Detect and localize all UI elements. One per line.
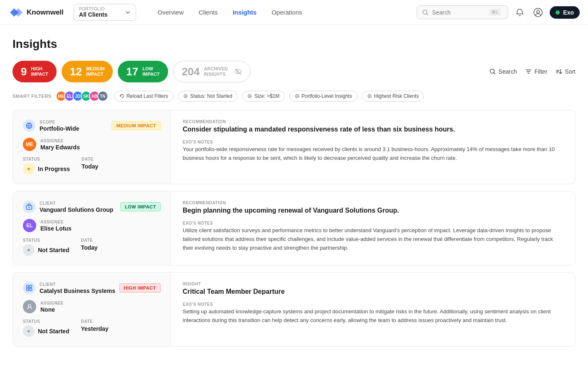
filter-chip-status[interactable]: Status: Not Started — [178, 91, 238, 102]
date-item-1: DATE Today — [81, 238, 97, 251]
card-right-0: RECOMMENDATION Consider stipulating a ma… — [171, 110, 575, 184]
navbar: Knownwell PORTFOLIO All Clients Overview… — [0, 0, 588, 25]
card-left-2: CLIENT Catalyst Business Systems HIGH IM… — [13, 273, 171, 346]
scope-type-label-2: CLIENT — [40, 282, 115, 287]
sort-control[interactable]: Sort — [556, 68, 576, 75]
insight-card-2[interactable]: CLIENT Catalyst Business Systems HIGH IM… — [12, 272, 576, 347]
impact-badge-1: LOW IMPACT — [120, 202, 161, 211]
card-left-0: SCOPE Portfolio-Wide MEDIUM IMPACT ME AS… — [13, 110, 171, 184]
assignee-name-2: None — [40, 306, 64, 313]
chip-risk-label: Highest Risk Clients — [374, 93, 419, 99]
filter-chip-icon-4 — [367, 94, 372, 99]
badge-high-num: 9 — [21, 65, 27, 78]
assignee-avatar-2 — [23, 300, 36, 313]
status-item-2: STATUS Not Started — [23, 319, 69, 337]
filter-chip-icon-2 — [247, 94, 252, 99]
date-value-0: Today — [82, 163, 98, 170]
filter-control[interactable]: Filter — [525, 68, 547, 75]
exo-section-0: EXO'S NOTES Your portfolio-wide responsi… — [183, 140, 563, 163]
scope-value-1: Vanguard Solutions Group — [40, 206, 113, 213]
sort-ctrl-label: Sort — [565, 68, 576, 75]
nav-clients[interactable]: Clients — [192, 5, 224, 19]
rec-title-1: Begin planning the upcoming renewal of V… — [183, 206, 563, 215]
filter-icon — [525, 68, 532, 75]
assignee-label-2: ASSIGNEE — [40, 301, 64, 305]
badge-medium-label: MEDIUMIMPACT — [86, 66, 105, 77]
status-date-row-2: STATUS Not Started DATE Yesterday — [23, 319, 161, 337]
nav-search-box[interactable]: ⌘L — [417, 5, 508, 19]
nav-operations[interactable]: Operations — [265, 5, 309, 19]
bell-icon[interactable] — [513, 6, 526, 19]
svg-point-22 — [27, 330, 30, 332]
status-date-row-0: STATUS In Progress DATE Today — [23, 157, 161, 175]
status-item-1: STATUS Not Started — [23, 238, 69, 256]
chip-portfolio-label: Portfolio-Level Insights — [302, 93, 352, 99]
assignee-row-1: EL ASSIGNEE Elise Lotus — [23, 219, 161, 232]
search-kbd: ⌘L — [489, 9, 501, 16]
scope-type-label-0: SCOPE — [40, 120, 79, 124]
nav-overview[interactable]: Overview — [151, 5, 191, 19]
nav-insights[interactable]: Insights — [226, 5, 263, 19]
exo-notes-0: Your portfolio-wide responsiveness rate … — [183, 145, 563, 163]
exo-section-2: EXO'S NOTES Setting up automated knowled… — [183, 302, 563, 325]
filter-chip-reload[interactable]: Reload Last Filters — [114, 91, 174, 102]
badge-low-impact[interactable]: 17 LOWIMPACT — [118, 61, 168, 82]
eye-off-icon — [234, 68, 242, 75]
filter-chip-size[interactable]: Size: >$1M — [242, 91, 285, 102]
scope-left-1: CLIENT Vanguard Solutions Group — [23, 201, 113, 213]
badge-medium-impact[interactable]: 12 MEDIUMIMPACT — [62, 61, 113, 82]
svg-point-16 — [27, 249, 30, 251]
page-title: Insights — [12, 37, 576, 51]
filter-chip-risk[interactable]: Highest Risk Clients — [362, 91, 424, 102]
date-item-0: DATE Today — [82, 157, 98, 170]
impact-badge-2: HIGH IMPACT — [119, 283, 161, 293]
exo-status-dot — [556, 10, 560, 15]
date-label-2: DATE — [81, 319, 108, 324]
portfolio-name: All Clients — [79, 11, 107, 18]
scope-row-0: SCOPE Portfolio-Wide MEDIUM IMPACT — [23, 119, 161, 132]
filter-chip-icon-1 — [183, 94, 188, 99]
date-label-1: DATE — [81, 238, 97, 243]
assignee-info-2: ASSIGNEE None — [40, 301, 64, 313]
svg-point-5 — [185, 96, 186, 97]
badges-controls: Search Filter Sort — [489, 68, 576, 75]
exo-button[interactable]: Exo — [550, 6, 580, 19]
avatar-group: ME EL JD SK AB TN — [56, 91, 108, 102]
rec-label-1: RECOMMENDATION — [183, 201, 563, 205]
status-dot-2 — [23, 325, 35, 337]
search-icon — [422, 9, 429, 16]
portfolio-selector[interactable]: PORTFOLIO All Clients — [74, 4, 136, 21]
exo-label: Exo — [563, 9, 574, 16]
badge-archived[interactable]: 204 ARCHIVEDINSIGHTS — [173, 61, 251, 82]
scope-type-label-1: CLIENT — [40, 201, 113, 206]
card-left-1: CLIENT Vanguard Solutions Group LOW IMPA… — [13, 191, 171, 265]
status-value-1: Not Started — [38, 247, 69, 253]
impact-badge-0: MEDIUM IMPACT — [112, 121, 161, 130]
svg-point-2 — [537, 10, 540, 13]
badge-low-num: 17 — [126, 65, 138, 78]
filter-chip-icon-3 — [295, 94, 300, 99]
rec-section-2: INSIGHT Critical Team Member Departure — [183, 282, 563, 296]
status-date-row-1: STATUS Not Started DATE Today — [23, 238, 161, 256]
chip-size-label: Size: >$1M — [254, 93, 279, 99]
scope-icon-0 — [23, 119, 35, 132]
nav-links: Overview Clients Insights Operations — [143, 5, 410, 19]
scope-left-0: SCOPE Portfolio-Wide — [23, 119, 79, 132]
exo-section-1: EXO'S NOTES Utilize client satisfaction … — [183, 221, 563, 252]
insight-card-0[interactable]: SCOPE Portfolio-Wide MEDIUM IMPACT ME AS… — [12, 110, 576, 184]
filter-chip-portfolio[interactable]: Portfolio-Level Insights — [289, 91, 357, 102]
rec-label-0: RECOMMENDATION — [183, 119, 563, 124]
nav-search-input[interactable] — [432, 9, 486, 16]
search-ctrl-icon — [489, 68, 496, 75]
logo[interactable]: Knownwell — [8, 7, 64, 18]
reload-icon — [119, 94, 124, 99]
status-value-0: In Progress — [38, 166, 70, 172]
insight-card-1[interactable]: CLIENT Vanguard Solutions Group LOW IMPA… — [12, 191, 576, 265]
scope-icon-1 — [23, 201, 35, 213]
user-icon[interactable] — [531, 6, 545, 19]
search-control[interactable]: Search — [489, 68, 517, 75]
rec-section-0: RECOMMENDATION Consider stipulating a ma… — [183, 119, 563, 134]
assignee-row-2: ASSIGNEE None — [23, 300, 161, 313]
badge-high-impact[interactable]: 9 HIGHIMPACT — [12, 61, 57, 82]
search-ctrl-label: Search — [499, 68, 517, 75]
